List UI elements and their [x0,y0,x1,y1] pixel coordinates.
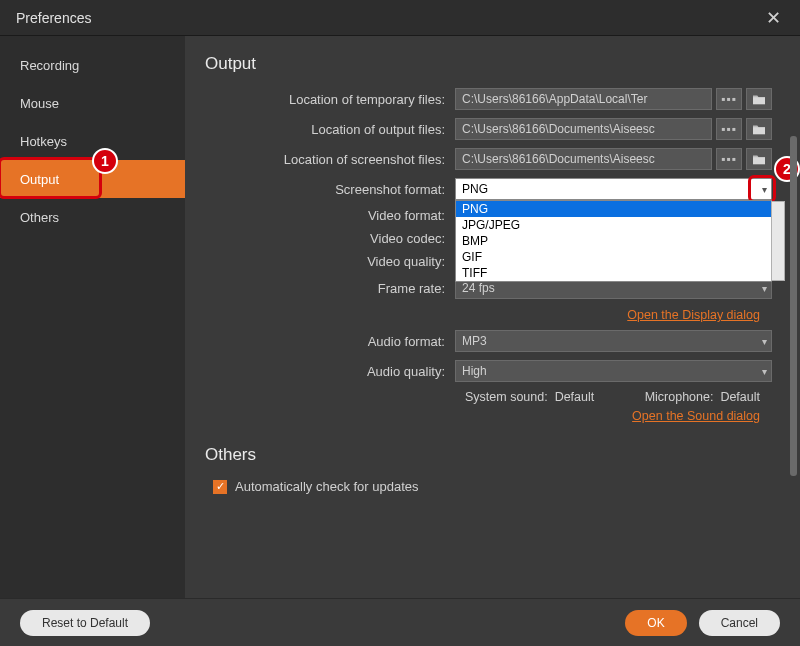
sidebar-item-output[interactable]: Output 1 [0,160,185,198]
close-icon[interactable]: ✕ [762,7,784,29]
window-title: Preferences [16,10,91,26]
auto-update-checkbox[interactable]: ✓ [213,480,227,494]
dropdown-option[interactable]: TIFF [456,265,771,281]
screenshot-format-dropdown[interactable]: PNG JPG/JPEG BMP GIF TIFF [455,200,772,282]
sidebar-item-others[interactable]: Others [0,198,185,236]
sidebar-item-label: Others [20,210,59,225]
section-title-output: Output [205,54,772,74]
label-output-files: Location of output files: [205,122,455,137]
sidebar: Recording Mouse Hotkeys Output 1 Others [0,36,185,598]
label-audio-quality: Audio quality: [205,364,455,379]
sidebar-item-label: Output [20,172,59,187]
browse-button[interactable]: ▪▪▪ [716,148,742,170]
temp-files-input[interactable]: C:\Users\86166\AppData\Local\Ter [455,88,712,110]
open-folder-button[interactable] [746,118,772,140]
browse-button[interactable]: ▪▪▪ [716,118,742,140]
dropdown-option[interactable]: BMP [456,233,771,249]
dropdown-option[interactable]: PNG [456,201,771,217]
scrollbar-thumb[interactable] [790,136,797,476]
dropdown-scrollbar[interactable] [771,201,785,281]
label-frame-rate: Frame rate: [205,281,455,296]
label-screenshot-files: Location of screenshot files: [205,152,455,167]
open-folder-button[interactable] [746,148,772,170]
section-title-others: Others [205,445,772,465]
audio-format-select[interactable]: MP3 ▾ [455,330,772,352]
label-video-codec: Video codec: [205,231,455,246]
open-folder-button[interactable] [746,88,772,110]
system-sound-label: System sound: Default [465,390,594,404]
folder-icon [752,153,766,165]
sidebar-item-label: Recording [20,58,79,73]
chevron-down-icon: ▾ [762,366,767,377]
audio-quality-select[interactable]: High ▾ [455,360,772,382]
folder-icon [752,123,766,135]
screenshot-files-input[interactable]: C:\Users\86166\Documents\Aiseesc [455,148,712,170]
chevron-down-icon: ▾ [762,184,767,195]
sidebar-item-mouse[interactable]: Mouse [0,84,185,122]
sidebar-item-label: Hotkeys [20,134,67,149]
open-display-dialog-link[interactable]: Open the Display dialog [627,308,760,322]
reset-default-button[interactable]: Reset to Default [20,610,150,636]
sidebar-item-recording[interactable]: Recording [0,46,185,84]
sidebar-item-label: Mouse [20,96,59,111]
folder-icon [752,93,766,105]
label-video-quality: Video quality: [205,254,455,269]
cancel-button[interactable]: Cancel [699,610,780,636]
footer: Reset to Default OK Cancel [0,598,800,646]
microphone-label: Microphone: Default [645,390,760,404]
output-files-input[interactable]: C:\Users\86166\Documents\Aiseesc [455,118,712,140]
titlebar: Preferences ✕ [0,0,800,36]
label-temp-files: Location of temporary files: [205,92,455,107]
dropdown-option[interactable]: GIF [456,249,771,265]
label-screenshot-format: Screenshot format: [205,182,455,197]
chevron-down-icon: ▾ [762,283,767,294]
open-sound-dialog-link[interactable]: Open the Sound dialog [632,409,760,423]
sidebar-item-hotkeys[interactable]: Hotkeys [0,122,185,160]
chevron-down-icon: ▾ [762,336,767,347]
browse-button[interactable]: ▪▪▪ [716,88,742,110]
dropdown-option[interactable]: JPG/JPEG [456,217,771,233]
auto-update-label: Automatically check for updates [235,479,419,494]
label-audio-format: Audio format: [205,334,455,349]
content-pane: Output Location of temporary files: C:\U… [185,36,800,598]
screenshot-format-select[interactable]: PNG ▾ [455,178,772,200]
label-video-format: Video format: [205,208,455,223]
preferences-window: Preferences ✕ Recording Mouse Hotkeys Ou… [0,0,800,646]
ok-button[interactable]: OK [625,610,686,636]
